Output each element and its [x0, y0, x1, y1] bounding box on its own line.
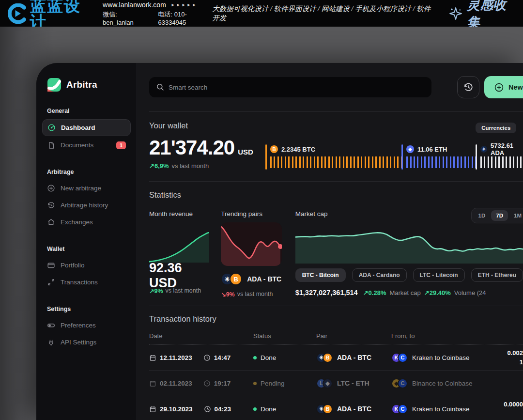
clock-icon	[204, 405, 211, 413]
sidebar-item-label: New arbitrage	[61, 185, 101, 192]
phone-contact: 电话: 010-63334945	[158, 10, 212, 26]
sidebar-item-new-arbitrage[interactable]: New arbitrage	[42, 180, 131, 196]
col-from-to[interactable]: From, to	[391, 332, 488, 340]
eth-segment[interactable]: ◆ 11.06 ETH	[401, 144, 476, 170]
btc-coin-icon: B	[323, 353, 333, 363]
app-name: Arbitra	[66, 79, 97, 90]
main-content: New a Your wallet Currencies E 21'374.20…	[137, 63, 523, 420]
col-date[interactable]: Date	[149, 332, 253, 340]
section-title-arbitrage: Arbitrage	[42, 169, 131, 175]
documents-badge: 1	[116, 141, 126, 149]
sidebar-item-documents[interactable]: Documents 1	[42, 137, 131, 153]
range-7d[interactable]: 7D	[491, 210, 508, 221]
pill-ada[interactable]: ADA - Cardano	[352, 268, 407, 282]
wallet-title: Your wallet	[149, 112, 523, 130]
trending-pairs-card: Trending pairs ✳ B ADA - BTC ↘9% vs last…	[221, 210, 281, 298]
wallet-change-note: vs last month	[172, 162, 209, 170]
dashboard-icon	[47, 124, 56, 132]
cap-change: ↗0.28%	[363, 289, 386, 296]
table-row[interactable]: 29.10.2023 04:23 Done ✳ B ADA - BTC K	[149, 396, 523, 420]
statistics-title: Statistics	[149, 182, 523, 200]
market-cap-card: Market cap 1D 7D 1M BTC - Bitcoin ADA - …	[295, 210, 523, 298]
sidebar-item-arbitrage-history[interactable]: Arbitrage history	[42, 197, 131, 213]
plug-icon	[47, 338, 55, 346]
pill-ltc[interactable]: LTC - Litecoin	[413, 268, 465, 282]
col-pair[interactable]: Pair	[316, 332, 391, 340]
search-input[interactable]	[149, 77, 431, 97]
market-cap-chart	[295, 226, 523, 264]
promo-banner: 蓝蓝设计 www.lanlanwork.com ►►►►► 微信: ben_la…	[0, 0, 523, 27]
sidebar-item-dashboard[interactable]: Dashboard	[42, 119, 131, 136]
amount-cell: 0.0000	[488, 396, 523, 409]
trending-pair-name: ADA - BTC	[247, 275, 281, 283]
month-revenue-label: Month revenue	[149, 210, 209, 219]
sidebar: Arbitra General Dashboard Documents 1	[36, 63, 137, 420]
sidebar-item-label: Dashboard	[61, 124, 95, 131]
month-revenue-value: 92.36 USD	[149, 261, 209, 291]
table-row[interactable]: 12.11.2023 14:47 Done ✳ B ADA - BTC K	[149, 345, 523, 371]
lanlan-logo[interactable]: 蓝蓝设计	[7, 0, 94, 30]
eth-coin-icon: ◆	[323, 378, 333, 389]
pill-btc[interactable]: BTC - Bitcoin	[295, 268, 346, 282]
month-revenue-chart	[149, 232, 209, 263]
calendar-icon	[149, 354, 156, 361]
plus-circle-icon	[47, 184, 55, 192]
sidebar-item-exchanges[interactable]: Exchanges	[42, 214, 131, 230]
ada-coin-icon: ✳	[480, 146, 487, 153]
arbitra-logo-icon	[47, 78, 62, 92]
eth-coin-icon: ◆	[406, 145, 414, 153]
btc-segment[interactable]: B 2.2345 BTC	[265, 144, 401, 170]
range-selector: 1D 7D 1M	[471, 208, 523, 223]
app-logo[interactable]: Arbitra	[42, 78, 131, 92]
transactions-title: Transaction history	[149, 306, 523, 324]
amount-cell	[488, 371, 523, 374]
sidebar-item-transactions[interactable]: Transactions	[42, 274, 131, 290]
history-icon	[47, 201, 55, 209]
site-url[interactable]: www.lanlanwork.com	[103, 1, 166, 9]
eth-bars	[406, 156, 476, 168]
sidebar-item-label: API Settings	[61, 339, 96, 346]
transaction-history-section: Transaction history Date Status Pair Fro…	[149, 306, 523, 420]
wallet-icon	[47, 261, 55, 269]
trending-pairs-chart	[221, 222, 281, 266]
col-status[interactable]: Status	[253, 332, 316, 340]
arrows-decoration: ►►►►►	[171, 2, 198, 7]
market-cap-value: $1,327,027,361,514	[295, 289, 358, 296]
coinbase-icon: C	[398, 404, 408, 414]
inspiration-collect[interactable]: 灵感收集	[448, 0, 516, 31]
ada-segment[interactable]: ✳ 5732.61 ADA	[476, 144, 523, 170]
exchange-icon	[47, 218, 55, 226]
volume-change: ↗29.40%	[424, 289, 451, 296]
wallet-total: 21'374.20	[149, 136, 234, 159]
range-1m[interactable]: 1M	[509, 210, 523, 221]
lanlan-logo-icon	[7, 3, 27, 24]
sparkle-icon	[448, 6, 463, 21]
trending-change: ↘9%	[221, 291, 235, 298]
calendar-icon	[149, 380, 156, 387]
coinbase-icon: C	[398, 353, 408, 363]
range-1d[interactable]: 1D	[474, 210, 491, 221]
sidebar-item-api-settings[interactable]: API Settings	[42, 334, 131, 350]
services-list: 大数据可视化设计 / 软件界面设计 / 网站建设 / 手机及小程序设计 / 软件…	[212, 4, 435, 23]
wallet-section: Your wallet Currencies E 21'374.20 USD ↗…	[149, 112, 523, 181]
btc-coin-icon: B	[270, 145, 278, 153]
wallet-allocation-bar: B 2.2345 BTC ◆ 11.06 ETH ✳ 5732.61 ADA	[265, 144, 523, 170]
table-header: Date Status Pair From, to	[149, 332, 523, 345]
amount-cell: 0.002 1	[488, 345, 523, 367]
table-row[interactable]: 02.11.2023 19:17 Pending L ◆ LTC - ETH ◆	[149, 371, 523, 396]
sidebar-item-label: Documents	[61, 141, 93, 149]
new-arbitrage-button[interactable]: New a	[484, 76, 523, 98]
history-button[interactable]	[457, 76, 479, 98]
sidebar-item-label: Portfolio	[61, 262, 85, 269]
status-dot	[253, 356, 257, 359]
sidebar-item-preferences[interactable]: Preferences	[42, 317, 131, 333]
btc-bars	[270, 156, 401, 168]
pill-eth[interactable]: ETH - Ethereu	[471, 268, 523, 282]
sidebar-item-portfolio[interactable]: Portfolio	[42, 257, 131, 273]
sidebar-item-label: Preferences	[61, 322, 96, 329]
tab-currencies[interactable]: Currencies	[476, 123, 516, 133]
search-icon	[156, 83, 164, 91]
sidebar-item-label: Exchanges	[61, 218, 93, 226]
section-title-general: General	[42, 108, 131, 114]
status-dot	[253, 407, 257, 411]
